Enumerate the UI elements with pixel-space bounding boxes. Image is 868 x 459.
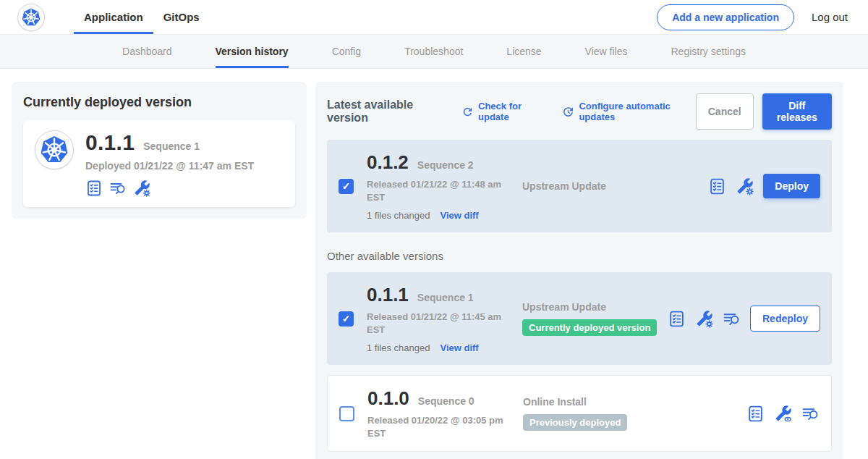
deploy-button[interactable]: Deploy xyxy=(763,174,820,198)
view-logs-icon[interactable] xyxy=(723,310,741,328)
currently-deployed-card: Currently deployed version 0.1.1 Sequenc… xyxy=(12,82,307,219)
subnav-troubleshoot[interactable]: Troubleshoot xyxy=(404,35,463,68)
app-icon-badge xyxy=(35,130,74,169)
subnav-view-files[interactable]: View files xyxy=(585,35,628,68)
deployed-version-actions xyxy=(85,180,254,197)
tab-application-label: Application xyxy=(84,11,143,23)
clock-arrow-icon xyxy=(562,106,574,118)
source-label: Upstream Update xyxy=(522,180,708,192)
view-diff-link[interactable]: View diff xyxy=(440,210,478,221)
view-logs-icon[interactable] xyxy=(801,405,820,423)
version-source: Upstream Update xyxy=(522,180,708,192)
configure-automatic-updates-link[interactable]: Configure automatic updates xyxy=(562,101,695,122)
subnav-troubleshoot-label: Troubleshoot xyxy=(404,46,463,57)
view-diff-link[interactable]: View diff xyxy=(440,342,478,353)
released-timestamp: Released 01/21/22 @ 11:48 am EST xyxy=(367,178,504,203)
version-info: 0.1.1 Sequence 1 Released 01/21/22 @ 11:… xyxy=(367,284,522,353)
edit-config-icon[interactable] xyxy=(695,310,713,328)
subnav-version-history-label: Version history xyxy=(216,46,289,57)
refresh-icon xyxy=(461,106,474,118)
version-number: 0.1.2 xyxy=(367,151,409,174)
subnav-config-label: Config xyxy=(332,46,361,57)
deployed-version-box: 0.1.1 Sequence 1 Deployed 01/21/22 @ 11:… xyxy=(23,120,295,207)
kubernetes-icon xyxy=(39,135,69,165)
version-source: Online Install Previously deployed xyxy=(523,396,746,431)
subnav-config[interactable]: Config xyxy=(332,35,361,68)
tab-gitops[interactable]: GitOps xyxy=(153,0,210,34)
edit-config-icon[interactable] xyxy=(736,177,754,195)
subnav-license[interactable]: License xyxy=(506,35,541,68)
version-checkbox[interactable] xyxy=(339,311,354,327)
subnav-dashboard-label: Dashboard xyxy=(122,46,172,57)
preflight-checks-icon[interactable] xyxy=(85,180,103,197)
panel-header-buttons: Cancel Diff releases xyxy=(696,93,832,130)
diff-releases-button[interactable]: Diff releases xyxy=(762,93,832,130)
preflight-checks-icon[interactable] xyxy=(668,310,686,328)
sequence-label: Sequence 0 xyxy=(418,395,475,407)
version-row-0-1-0: 0.1.0 Sequence 0 Released 01/20/22 @ 03:… xyxy=(327,375,832,452)
available-versions-panel: Latest available version Check for updat… xyxy=(315,82,843,459)
check-for-update-link[interactable]: Check for update xyxy=(461,101,546,122)
version-number: 0.1.1 xyxy=(367,284,409,306)
other-available-versions-title: Other available versions xyxy=(327,250,832,262)
version-source: Upstream Update Currently deployed versi… xyxy=(522,301,668,336)
subnav-registry-settings-label: Registry settings xyxy=(671,46,746,57)
files-changed-label: 1 files changed xyxy=(367,210,430,221)
preflight-checks-icon[interactable] xyxy=(708,177,726,195)
version-row-0-1-2: 0.1.2 Sequence 2 Released 01/21/22 @ 11:… xyxy=(327,140,832,232)
top-nav: Application GitOps Add a new application… xyxy=(0,0,868,35)
top-nav-tabs: Application GitOps xyxy=(74,0,210,34)
deployed-version-details: 0.1.1 Sequence 1 Deployed 01/21/22 @ 11:… xyxy=(85,130,254,197)
version-row-0-1-1: 0.1.1 Sequence 1 Released 01/21/22 @ 11:… xyxy=(327,272,832,365)
subnav-version-history[interactable]: Version history xyxy=(216,35,289,68)
deployed-timestamp: Deployed 01/21/22 @ 11:47 am EST xyxy=(85,160,254,172)
released-timestamp: Released 01/20/22 @ 03:05 pm EST xyxy=(367,414,505,439)
version-number: 0.1.0 xyxy=(367,387,409,410)
view-logs-icon[interactable] xyxy=(109,180,127,197)
edit-config-icon[interactable] xyxy=(133,180,150,197)
subnav-view-files-label: View files xyxy=(585,46,628,57)
latest-available-title: Latest available version xyxy=(327,98,446,125)
currently-deployed-badge: Currently deployed version xyxy=(522,319,657,336)
files-changed-label: 1 files changed xyxy=(367,342,430,353)
app-sub-nav: Dashboard Version history Config Trouble… xyxy=(0,35,868,69)
currently-deployed-title: Currently deployed version xyxy=(23,95,295,110)
sequence-label: Sequence 2 xyxy=(417,159,474,171)
deployed-sequence-label: Sequence 1 xyxy=(143,140,200,152)
released-timestamp: Released 01/21/22 @ 11:45 am EST xyxy=(367,311,504,336)
version-actions: Redeploy xyxy=(668,306,820,332)
cancel-button[interactable]: Cancel xyxy=(696,93,754,130)
source-label: Online Install xyxy=(523,396,746,408)
view-config-icon[interactable] xyxy=(774,405,792,423)
top-nav-right: Add a new application Log out xyxy=(657,4,848,30)
version-actions xyxy=(746,405,820,423)
add-application-button[interactable]: Add a new application xyxy=(657,4,794,30)
subnav-dashboard[interactable]: Dashboard xyxy=(122,35,172,68)
version-checkbox[interactable] xyxy=(339,406,354,421)
kubernetes-icon xyxy=(21,7,41,28)
app-logo xyxy=(17,4,45,31)
panel-header: Latest available version Check for updat… xyxy=(327,93,832,130)
source-label: Upstream Update xyxy=(522,301,668,313)
subnav-license-label: License xyxy=(506,46,541,57)
previously-deployed-badge: Previously deployed xyxy=(523,414,627,431)
version-actions: Deploy xyxy=(708,174,820,198)
logout-button[interactable]: Log out xyxy=(812,11,848,23)
configure-automatic-updates-label: Configure automatic updates xyxy=(579,101,695,122)
redeploy-button[interactable]: Redeploy xyxy=(750,306,820,332)
check-for-update-label: Check for update xyxy=(478,101,546,122)
preflight-checks-icon[interactable] xyxy=(746,405,765,423)
version-info: 0.1.0 Sequence 0 Released 01/20/22 @ 03:… xyxy=(367,387,523,439)
tab-gitops-label: GitOps xyxy=(163,11,200,23)
version-info: 0.1.2 Sequence 2 Released 01/21/22 @ 11:… xyxy=(367,151,522,221)
subnav-registry-settings[interactable]: Registry settings xyxy=(671,35,746,68)
sequence-label: Sequence 1 xyxy=(417,292,474,303)
main-content: Currently deployed version 0.1.1 Sequenc… xyxy=(0,69,868,459)
tab-application[interactable]: Application xyxy=(74,0,153,34)
deployed-version-number: 0.1.1 xyxy=(85,130,135,155)
version-checkbox[interactable] xyxy=(339,179,354,194)
